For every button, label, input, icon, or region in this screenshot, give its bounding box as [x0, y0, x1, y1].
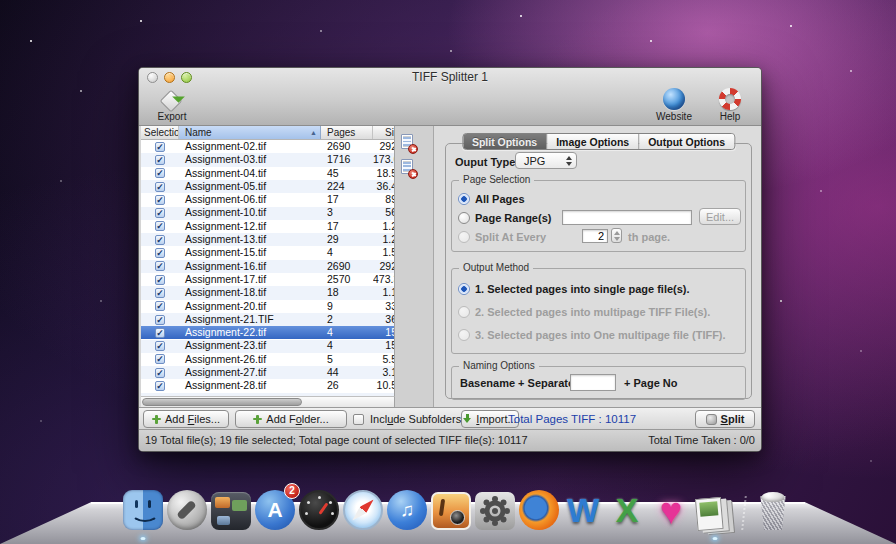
table-row[interactable]: ✓Assignment-10.tif356 — [141, 206, 395, 219]
file-name-cell: Assignment-05.tif — [179, 180, 321, 193]
table-row[interactable]: ✓Assignment-12.tif171.2 — [141, 220, 395, 233]
file-name-cell: Assignment-28.tif — [179, 379, 321, 392]
include-subfolders-checkbox[interactable] — [353, 414, 364, 425]
dock-item-launchpad[interactable] — [165, 486, 209, 532]
row-selection-cell[interactable]: ✓ — [141, 313, 179, 326]
table-row[interactable]: ✓Assignment-22.tif415 — [141, 326, 395, 339]
dock-item-mission-control[interactable] — [209, 486, 253, 532]
row-selection-cell[interactable]: ✓ — [141, 300, 179, 313]
column-header-size[interactable]: Size — [373, 126, 395, 139]
file-size-cell: 1.1 — [373, 286, 395, 299]
column-header-pages[interactable]: Pages — [321, 126, 373, 139]
scrollbar-thumb[interactable] — [142, 398, 302, 406]
horizontal-scrollbar[interactable] — [141, 396, 395, 407]
zoom-button[interactable] — [181, 72, 192, 83]
dock-item-tiff-splitter[interactable] — [693, 486, 737, 532]
row-selection-cell[interactable]: ✓ — [141, 206, 179, 219]
row-selection-cell[interactable]: ✓ — [141, 353, 179, 366]
file-size-cell: 1.5 — [373, 246, 395, 259]
table-row[interactable]: ✓Assignment-04.tif4518.5 — [141, 167, 395, 180]
row-selection-cell[interactable]: ✓ — [141, 366, 179, 379]
table-row[interactable]: ✓Assignment-23.tif415 — [141, 339, 395, 352]
table-row[interactable]: ✓Assignment-13.tif291.2 — [141, 233, 395, 246]
tab-output-options[interactable]: Output Options — [639, 134, 734, 149]
row-selection-cell[interactable]: ✓ — [141, 140, 179, 153]
row-selection-cell[interactable]: ✓ — [141, 273, 179, 286]
add-files-button[interactable]: Add Files... — [143, 410, 229, 428]
file-table: Selection Name ▲ Pages Size ✓Assignment-… — [141, 126, 395, 396]
remove-file-button[interactable] — [400, 134, 416, 154]
finder-icon — [123, 490, 163, 530]
row-selection-cell[interactable]: ✓ — [141, 193, 179, 206]
row-selection-cell[interactable]: ✓ — [141, 286, 179, 299]
dock-item-dashboard[interactable] — [297, 486, 341, 532]
export-button[interactable]: Export — [149, 90, 195, 122]
output-type-popup[interactable]: JPG — [515, 152, 577, 169]
page-ranges-input[interactable] — [562, 210, 692, 225]
website-button[interactable]: Website — [651, 88, 697, 122]
table-row[interactable]: ✓Assignment-06.tif1789 — [141, 193, 395, 206]
row-selection-cell[interactable]: ✓ — [141, 246, 179, 259]
row-selection-cell[interactable]: ✓ — [141, 153, 179, 166]
dock-item-grapher-heart[interactable]: ♥ — [649, 486, 693, 532]
minimize-button[interactable] — [164, 72, 175, 83]
row-selection-cell[interactable]: ✓ — [141, 339, 179, 352]
add-folder-button[interactable]: Add Folder... — [235, 410, 347, 428]
row-selection-cell[interactable]: ✓ — [141, 180, 179, 193]
table-row[interactable]: ✓Assignment-03.tif1716173.6 — [141, 153, 395, 166]
dock-item-finder[interactable] — [121, 486, 165, 532]
dock-item-safari[interactable] — [341, 486, 385, 532]
remove-all-files-button[interactable] — [400, 159, 416, 179]
dock-item-system-preferences[interactable] — [473, 486, 517, 532]
all-pages-radio[interactable] — [458, 193, 470, 205]
close-button[interactable] — [147, 72, 158, 83]
table-row[interactable]: ✓Assignment-18.tif181.1 — [141, 286, 395, 299]
file-name-cell: Assignment-10.tif — [179, 206, 321, 219]
row-selection-cell[interactable]: ✓ — [141, 260, 179, 273]
table-row[interactable]: ✓Assignment-21.TIF236 — [141, 313, 395, 326]
help-button[interactable]: Help — [707, 88, 753, 122]
plus-icon — [152, 415, 161, 424]
safari-compass-icon — [343, 490, 383, 530]
dock-item-iphoto[interactable] — [429, 486, 473, 532]
table-row[interactable]: ✓Assignment-05.tif22436.4 — [141, 180, 395, 193]
page-ranges-radio[interactable] — [458, 212, 470, 224]
file-size-cell: 292 — [373, 140, 395, 153]
row-selection-cell[interactable]: ✓ — [141, 233, 179, 246]
table-row[interactable]: ✓Assignment-20.tif933 — [141, 300, 395, 313]
table-row[interactable]: ✓Assignment-17.tif2570473.3 — [141, 273, 395, 286]
tab-split-options[interactable]: Split Options — [463, 134, 547, 149]
naming-options-title: Naming Options — [459, 360, 539, 371]
row-selection-cell[interactable]: ✓ — [141, 379, 179, 392]
edit-button: Edit... — [699, 208, 741, 225]
table-row[interactable]: ✓Assignment-26.tif55.5 — [141, 353, 395, 366]
file-name-cell: Assignment-13.tif — [179, 233, 321, 246]
tab-image-options[interactable]: Image Options — [547, 134, 639, 149]
method-3-radio — [458, 329, 470, 341]
file-size-cell: 15 — [373, 339, 395, 352]
dock-item-trash[interactable] — [751, 486, 795, 532]
dock-item-excel[interactable]: X — [605, 486, 649, 532]
method-1-radio[interactable] — [458, 283, 470, 295]
running-indicator — [713, 537, 718, 540]
dock-item-firefox[interactable] — [517, 486, 561, 532]
separator-input[interactable] — [570, 374, 616, 391]
dock-item-itunes[interactable]: ♫ — [385, 486, 429, 532]
column-header-name[interactable]: Name ▲ — [179, 126, 321, 139]
split-button[interactable]: Split — [695, 410, 755, 428]
titlebar[interactable]: TIFF Splitter 1 — [139, 68, 761, 87]
row-selection-cell[interactable]: ✓ — [141, 326, 179, 339]
dock-item-word[interactable]: W — [561, 486, 605, 532]
dock-item-app-store[interactable]: A2 — [253, 486, 297, 532]
column-header-selection[interactable]: Selection — [141, 126, 179, 139]
table-row[interactable]: ✓Assignment-02.tif2690292 — [141, 140, 395, 153]
row-selection-cell[interactable]: ✓ — [141, 167, 179, 180]
table-row[interactable]: ✓Assignment-27.tif443.1 — [141, 366, 395, 379]
table-row[interactable]: ✓Assignment-16.tif2690292 — [141, 260, 395, 273]
table-row[interactable]: ✓Assignment-28.tif2610.5 — [141, 379, 395, 392]
file-pages-cell: 1716 — [321, 153, 373, 166]
table-row[interactable]: ✓Assignment-15.tif41.5 — [141, 246, 395, 259]
options-panel: Split Options Image Options Output Optio… — [433, 126, 761, 407]
checkbox-checked-icon: ✓ — [155, 182, 165, 192]
row-selection-cell[interactable]: ✓ — [141, 220, 179, 233]
